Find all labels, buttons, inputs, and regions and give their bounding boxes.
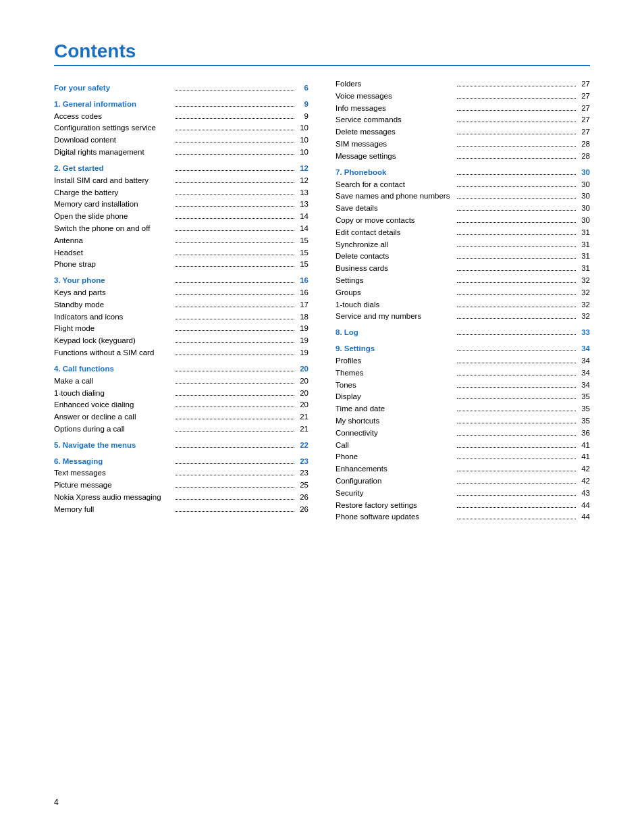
entry-label: Display [336,391,455,403]
entry-label: Flight mode [54,323,173,335]
page-num: 14 [296,223,308,235]
dots [176,475,295,475]
page-num: 33 [578,327,590,339]
dots [457,222,576,223]
dots [457,198,576,199]
dots [176,242,295,243]
dots [176,294,295,295]
page-num: 34 [578,343,590,355]
toc-section: 4. Call functions20 [54,363,308,375]
toc-entry: Settings32 [336,275,590,287]
dots [457,398,576,399]
toc-entry: Options during a call21 [54,423,308,436]
dots [176,266,295,267]
entry-label: Restore factory settings [336,500,455,512]
entry-label: Phone software updates [336,511,455,523]
entry-label: Text messages [54,467,173,479]
title-underline [54,65,590,66]
page-num: 15 [296,235,308,247]
entry-label: Enhanced voice dialing [54,399,173,411]
dots [176,255,295,255]
page-number: 4 [54,798,59,807]
page-num: 32 [578,311,590,323]
toc-entry: Digital rights management10 [54,147,308,159]
page-num: 27 [578,103,590,115]
left-column: For your safety61. General information9A… [54,78,308,523]
entry-label: Call [336,440,455,452]
page-num: 16 [296,275,308,287]
entry-label: 1-touch dials [336,299,455,311]
dots [457,483,576,484]
dots [176,154,295,155]
toc-entry: Business cards31 [336,263,590,275]
dots [457,459,576,459]
dots [176,194,295,195]
page-num: 34 [578,367,590,380]
toc-entry: Configuration settings service10 [54,122,308,134]
entry-label: Make a call [54,375,173,388]
toc-entry: Antenna15 [54,235,308,247]
page-num: 25 [296,479,308,492]
dots [176,395,295,396]
entry-label: My shortcuts [336,415,455,427]
page-num: 31 [578,263,590,275]
dots [457,435,576,436]
page-num: 19 [296,323,308,335]
page-num: 34 [578,380,590,392]
entry-label: Phone [336,451,455,463]
dots [176,499,295,500]
dots [457,495,576,496]
entry-label: Copy or move contacts [336,215,455,227]
toc-entry: Text messages23 [54,467,308,479]
section-label: 1. General information [54,99,173,111]
page-num: 26 [296,492,308,504]
section-label: 8. Log [336,327,455,339]
page-num: 28 [578,151,590,163]
toc-entry: Save names and phone numbers30 [336,190,590,203]
toc-entry: Security43 [336,488,590,500]
toc-entry: 1-touch dialing20 [54,388,308,400]
entry-label: Picture message [54,479,173,492]
entry-label: Enhancements [336,463,455,475]
entry-label: Info messages [336,103,455,115]
section-label: 6. Messaging [54,456,173,468]
dots [176,383,295,384]
toc-entry: Info messages27 [336,103,590,115]
dots [176,170,295,171]
dots [457,307,576,307]
dots [176,431,295,432]
page-title: Contents [54,41,590,62]
page-num: 41 [578,440,590,452]
page-num: 26 [296,504,308,516]
dots [457,122,576,122]
toc-entry: Delete messages27 [336,126,590,138]
page-num: 35 [578,391,590,403]
entry-label: Answer or decline a call [54,411,173,423]
page-num: 28 [578,138,590,151]
section-label: 5. Navigate the menus [54,440,173,452]
entry-label: Options during a call [54,423,173,436]
page-num: 30 [578,190,590,203]
page-num: 13 [296,187,308,199]
entry-label: Digital rights management [54,147,173,159]
toc-section: 7. Phonebook30 [336,167,590,179]
toc-entry: Download content10 [54,134,308,147]
dots [457,270,576,271]
page-num: 18 [296,311,308,323]
page-num: 16 [296,287,308,299]
dots [457,110,576,111]
toc-columns: For your safety61. General information9A… [54,78,590,523]
toc-entry: Access codes9 [54,111,308,123]
entry-label: Charge the battery [54,187,173,199]
entry-label: Configuration [336,475,455,488]
page-num: 15 [296,247,308,259]
page-num: 15 [296,259,308,271]
toc-section: 2. Get started12 [54,163,308,175]
page-num: 43 [578,488,590,500]
toc-entry: Call41 [336,440,590,452]
entry-label: Standby mode [54,299,173,311]
toc-entry: Message settings28 [336,151,590,163]
entry-label: 1-touch dialing [54,388,173,400]
toc-entry: My shortcuts35 [336,415,590,427]
entry-label: Keys and parts [54,287,173,299]
